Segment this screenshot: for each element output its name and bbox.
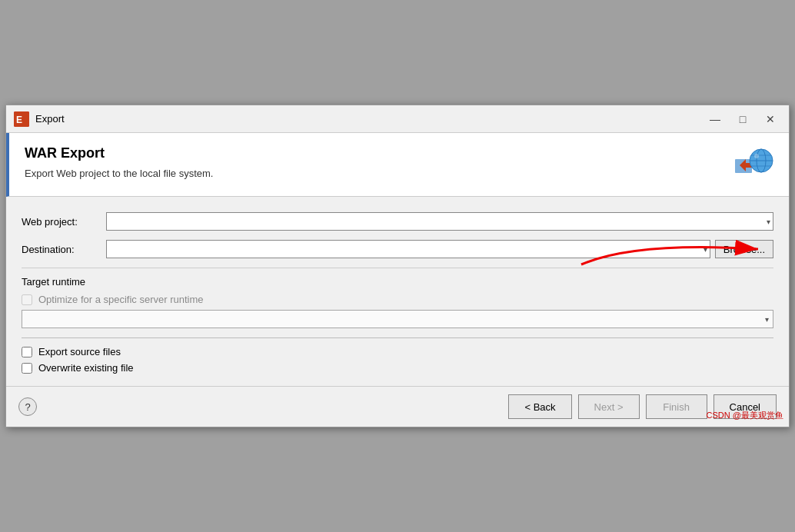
maximize-button[interactable]: □	[732, 111, 753, 128]
overwrite-label: Overwrite existing file	[38, 362, 134, 374]
web-project-select[interactable]	[106, 212, 773, 231]
svg-point-9	[754, 154, 759, 158]
export-source-label: Export source files	[38, 346, 121, 357]
optimize-checkbox-label: Optimize for a specific server runtime	[38, 294, 204, 305]
window-title: Export	[35, 113, 65, 125]
next-button[interactable]: Next >	[578, 394, 640, 419]
page-title: WAR Export	[25, 145, 733, 161]
destination-label: Destination:	[22, 244, 106, 255]
title-controls: — □ ✕	[704, 111, 781, 128]
help-button[interactable]: ?	[18, 397, 37, 416]
runtime-select[interactable]	[22, 310, 773, 328]
export-source-row: Export source files	[22, 346, 773, 357]
finish-button[interactable]: Finish	[646, 394, 707, 419]
runtime-select-wrapper: ▾	[22, 310, 773, 328]
overwrite-checkbox[interactable]	[22, 363, 32, 374]
dialog-window: E Export — □ ✕ WAR Export Export Web pro…	[5, 105, 790, 427]
page-description: Export Web project to the local file sys…	[25, 168, 733, 179]
export-globe-icon	[733, 145, 773, 185]
web-project-select-wrapper: ▾	[106, 212, 773, 231]
app-icon: E	[14, 111, 29, 127]
optimize-checkbox-row: Optimize for a specific server runtime	[22, 294, 773, 305]
close-button[interactable]: ✕	[760, 111, 781, 128]
header-section: WAR Export Export Web project to the loc…	[6, 133, 789, 197]
svg-text:E: E	[16, 115, 22, 125]
overwrite-row: Overwrite existing file	[22, 362, 773, 374]
minimize-button[interactable]: —	[704, 111, 726, 128]
header-icon	[733, 145, 773, 185]
main-content: Web project: ▾ Destination: ▾ Browse	[6, 197, 789, 386]
web-project-label: Web project:	[22, 216, 106, 228]
title-bar: E Export — □ ✕	[6, 105, 789, 133]
export-source-checkbox[interactable]	[22, 347, 32, 357]
cancel-button[interactable]: Cancel	[714, 394, 777, 419]
footer-section: ? < Back Next > Finish Cancel	[6, 386, 789, 427]
back-button[interactable]: < Back	[508, 394, 571, 419]
separator-line	[22, 337, 773, 338]
web-project-row: Web project: ▾	[22, 212, 773, 231]
red-arrow-annotation	[574, 234, 789, 272]
optimize-checkbox[interactable]	[22, 294, 32, 305]
target-runtime-label: Target runtime	[22, 276, 773, 288]
